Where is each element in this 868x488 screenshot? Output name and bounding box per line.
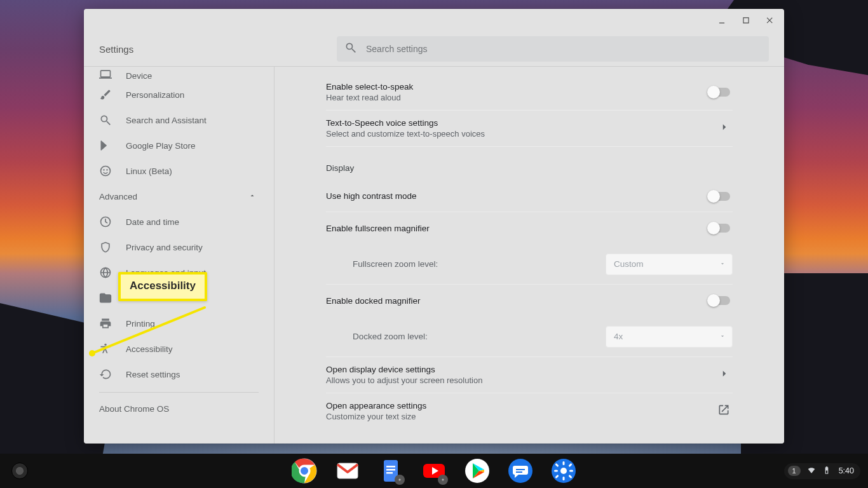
app-messages[interactable]: [508, 458, 533, 484]
chevron-up-icon: [248, 192, 256, 201]
notification-count[interactable]: 1: [788, 466, 801, 476]
app-play-store[interactable]: [465, 458, 490, 484]
row-title: Enable select-to-speak: [326, 82, 413, 92]
sidebar-item-label: Reset settings: [126, 370, 180, 379]
globe-icon: [99, 266, 112, 279]
sidebar-item-privacy[interactable]: Privacy and security: [84, 234, 274, 260]
sidebar-item-label: Accessibility: [126, 344, 173, 354]
chevron-right-icon: [719, 368, 730, 382]
restore-icon: [99, 368, 112, 381]
sidebar-item-date-time[interactable]: Date and time: [84, 209, 274, 234]
row-label: Docked zoom level:: [353, 332, 428, 341]
row-high-contrast[interactable]: Use high contrast mode: [326, 180, 733, 212]
svg-point-11: [300, 466, 309, 475]
printer-icon: [99, 317, 112, 330]
svg-rect-27: [563, 477, 565, 480]
window-maximize-button[interactable]: [741, 15, 751, 25]
shelf: 1 5:40: [0, 454, 868, 488]
system-tray[interactable]: 1 5:40: [784, 463, 860, 479]
sidebar-item-personalization[interactable]: Personalization: [84, 82, 274, 107]
svg-rect-14: [386, 466, 395, 468]
callout-label: Accessibility: [130, 280, 196, 292]
chevron-down-icon: [719, 332, 726, 341]
sidebar: Device Personalization Search and Assist…: [84, 67, 275, 444]
search-box[interactable]: [337, 36, 769, 62]
sidebar-item-label: About Chrome OS: [99, 404, 169, 414]
select-fullscreen-zoom[interactable]: Custom: [606, 254, 733, 275]
row-title: Use high contrast mode: [326, 191, 417, 201]
app-youtube[interactable]: [421, 458, 447, 484]
sidebar-item-reset[interactable]: Reset settings: [84, 362, 274, 387]
svg-rect-26: [563, 461, 565, 465]
svg-point-5: [104, 344, 106, 346]
battery-icon: [822, 466, 831, 477]
row-select-to-speak[interactable]: Enable select-to-speak Hear text read al…: [326, 74, 733, 111]
app-bar: Settings: [84, 32, 784, 67]
tray-clock: 5:40: [839, 466, 854, 475]
toggle-select-to-speak[interactable]: [709, 88, 730, 97]
sidebar-item-label: Privacy and security: [126, 243, 203, 252]
window-close-button[interactable]: [765, 15, 775, 25]
sidebar-item-printing[interactable]: Printing: [84, 311, 274, 336]
row-docked-magnifier[interactable]: Enable docked magnifier: [326, 285, 733, 316]
settings-main: Enable select-to-speak Hear text read al…: [275, 67, 784, 444]
search-input[interactable]: [366, 44, 761, 54]
sidebar-item-play-store[interactable]: Google Play Store: [84, 133, 274, 158]
sidebar-section-advanced[interactable]: Advanced: [84, 184, 274, 209]
window-minimize-button[interactable]: [717, 15, 727, 25]
play-store-icon: [99, 139, 112, 152]
clock-icon: [99, 215, 112, 228]
svg-rect-15: [386, 469, 395, 471]
sidebar-item-device[interactable]: Device: [84, 68, 274, 82]
sidebar-item-about[interactable]: About Chrome OS: [84, 395, 274, 423]
sidebar-item-search-assistant[interactable]: Search and Assistant: [84, 107, 274, 133]
select-value: 4x: [614, 332, 623, 341]
row-title: Text-to-Speech voice settings: [326, 118, 485, 128]
chevron-down-icon: [719, 259, 726, 269]
toggle-fullscreen-magnifier[interactable]: [709, 224, 730, 233]
row-title: Enable docked magnifier: [326, 296, 421, 306]
toggle-docked-magnifier[interactable]: [709, 296, 730, 305]
row-open-appearance-settings[interactable]: Open appearance settings Customize your …: [326, 393, 733, 429]
svg-point-0: [101, 166, 111, 176]
row-docked-zoom-level: Docked zoom level: 4x: [326, 316, 733, 357]
svg-point-2: [106, 169, 107, 170]
svg-point-1: [103, 169, 104, 170]
svg-point-25: [560, 468, 567, 474]
toggle-high-contrast[interactable]: [709, 192, 730, 201]
sidebar-item-accessibility[interactable]: Accessibility: [84, 336, 274, 362]
row-tts-settings[interactable]: Text-to-Speech voice settings Select and…: [326, 111, 733, 147]
row-title: Enable fullscreen magnifier: [326, 224, 430, 233]
svg-rect-29: [569, 470, 573, 472]
row-subtitle: Allows you to adjust your screen resolut…: [326, 376, 482, 385]
managed-badge-icon: [438, 475, 448, 485]
sidebar-item-label: Date and time: [126, 217, 179, 227]
page-title: Settings: [99, 44, 133, 55]
sidebar-item-label: Google Play Store: [126, 141, 196, 151]
row-fullscreen-zoom-level: Fullscreen zoom level: Custom: [326, 244, 733, 285]
app-docs[interactable]: [378, 458, 403, 484]
svg-rect-16: [386, 472, 393, 474]
search-icon: [344, 41, 366, 57]
sidebar-item-label: Personalization: [126, 90, 184, 100]
callout-accessibility: Accessibility: [118, 272, 207, 301]
launcher-button[interactable]: [11, 463, 28, 479]
shelf-apps: [292, 458, 576, 484]
row-subtitle: Customize your text size: [326, 412, 426, 421]
accessibility-icon: [99, 342, 112, 355]
row-fullscreen-magnifier[interactable]: Enable fullscreen magnifier: [326, 212, 733, 244]
app-gmail[interactable]: [335, 458, 360, 484]
svg-rect-28: [554, 470, 558, 472]
row-label: Fullscreen zoom level:: [353, 259, 438, 269]
app-settings[interactable]: [551, 458, 576, 484]
row-subtitle: Hear text read aloud: [326, 93, 413, 102]
row-subtitle: Select and customize text-to-speech voic…: [326, 129, 485, 139]
select-docked-zoom[interactable]: 4x: [606, 326, 733, 348]
app-chrome[interactable]: [292, 458, 317, 484]
row-title: Open appearance settings: [326, 401, 426, 410]
svg-rect-23: [516, 471, 522, 473]
sidebar-divider: [99, 392, 259, 393]
row-open-display-settings[interactable]: Open display device settings Allows you …: [326, 357, 733, 393]
sidebar-item-label: Device: [126, 71, 152, 81]
sidebar-item-linux[interactable]: Linux (Beta): [84, 158, 274, 184]
